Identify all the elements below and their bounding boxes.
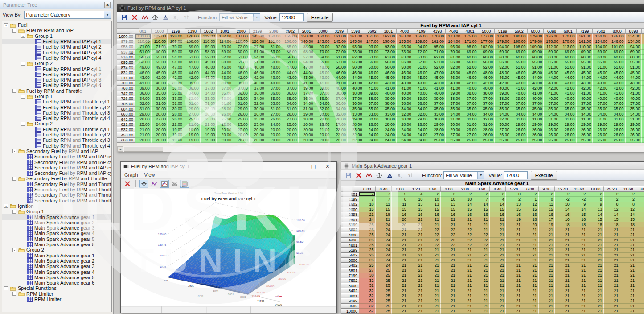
table-cell[interactable]: 53.00: [184, 55, 201, 60]
table-cell[interactable]: 21: [571, 243, 588, 248]
table-cell[interactable]: 15: [522, 207, 539, 212]
trace-icon[interactable]: [365, 171, 373, 180]
table-cell[interactable]: 22: [473, 232, 490, 237]
table-cell[interactable]: 160.00: [315, 34, 332, 39]
table-cell[interactable]: 21: [620, 258, 637, 263]
table-cell[interactable]: 45.00: [315, 70, 332, 75]
expander-icon[interactable]: -: [21, 122, 25, 126]
table-cell[interactable]: 36.00: [331, 101, 348, 107]
table-cell[interactable]: 70.00: [446, 50, 462, 55]
table-cell[interactable]: 21: [604, 309, 620, 314]
table-cell[interactable]: 31.00: [152, 101, 168, 107]
table-cell[interactable]: 32: [359, 298, 376, 303]
table-cell[interactable]: 41.00: [380, 86, 397, 91]
table-cell[interactable]: 21: [490, 293, 506, 298]
table-cell[interactable]: 7: [359, 197, 376, 202]
tree-item[interactable]: Fuel by RPM and Throttle cyl 2: [2, 132, 111, 137]
table-cell[interactable]: 26.00: [544, 127, 560, 132]
table-cell[interactable]: 25: [359, 243, 376, 248]
table-cell[interactable]: 21: [539, 248, 555, 252]
table-cell[interactable]: 40.00: [413, 91, 430, 96]
table-cell[interactable]: 21: [555, 309, 571, 314]
table-cell[interactable]: 14: [587, 212, 604, 217]
table-cell[interactable]: 21: [441, 263, 457, 268]
table-cell[interactable]: 143.00: [315, 39, 332, 45]
table-cell[interactable]: 37.00: [299, 91, 315, 96]
table-cell[interactable]: 21: [392, 273, 408, 278]
table-cell[interactable]: 24.00: [413, 127, 430, 132]
table-cell[interactable]: 29.00: [577, 122, 593, 128]
table-cell[interactable]: 44.00: [348, 75, 364, 81]
fuel-window-titlebar[interactable]: Fuel by RPM and IAP cyl 1: [117, 4, 644, 12]
table-cell[interactable]: 32.00: [250, 101, 266, 107]
execute-button[interactable]: Execute: [307, 13, 333, 22]
table-cell[interactable]: 145.00: [331, 39, 348, 45]
table-cell[interactable]: 73.00: [348, 50, 364, 55]
table-cell[interactable]: 44.00: [642, 75, 644, 81]
table-cell[interactable]: 14: [457, 202, 474, 207]
table-cell[interactable]: 43.00: [642, 81, 644, 86]
table-cell[interactable]: 21: [587, 263, 604, 268]
table-cell[interactable]: 19.00: [201, 138, 217, 143]
table-cell[interactable]: 15: [424, 207, 441, 212]
table-cell[interactable]: 56.00: [315, 60, 332, 65]
table-cell[interactable]: 21: [620, 273, 637, 278]
table-cell[interactable]: 39.00: [299, 86, 315, 91]
table-cell[interactable]: 18: [555, 222, 571, 227]
table-cell[interactable]: 43.00: [135, 75, 152, 81]
table-cell[interactable]: 21: [555, 248, 571, 252]
table-cell[interactable]: 51.00: [168, 60, 184, 65]
table-cell[interactable]: 32.00: [331, 112, 348, 117]
table-cell[interactable]: 21: [490, 273, 506, 278]
tree-item[interactable]: Fuel by RPM and Throttle cyl 3: [2, 110, 111, 116]
table-cell[interactable]: 13: [424, 202, 441, 207]
table-cell[interactable]: 21: [457, 222, 474, 227]
table-cell[interactable]: 25: [359, 238, 376, 243]
table-cell[interactable]: 21: [620, 263, 637, 268]
table-cell[interactable]: 21: [522, 278, 539, 283]
table-cell[interactable]: 69.00: [495, 50, 511, 55]
table-cell[interactable]: 21: [457, 253, 474, 258]
table-cell[interactable]: 21: [408, 232, 425, 237]
table-cell[interactable]: 24.00: [397, 132, 413, 138]
table-cell[interactable]: 22: [424, 232, 441, 237]
table-cell[interactable]: 51.00: [609, 65, 626, 70]
table-cell[interactable]: 2: [636, 197, 644, 202]
table-cell[interactable]: 37.00: [511, 101, 528, 107]
table-cell[interactable]: 21: [571, 238, 588, 243]
table-cell[interactable]: 56.00: [446, 60, 462, 65]
table-cell[interactable]: 21: [587, 248, 604, 252]
table-cell[interactable]: 47.00: [429, 70, 446, 75]
table-cell[interactable]: 63.00: [364, 55, 381, 60]
table-cell[interactable]: 21: [408, 304, 425, 309]
menu-graph[interactable]: Graph: [124, 172, 138, 178]
table-cell[interactable]: 34.00: [201, 91, 217, 96]
table-cell[interactable]: 21: [441, 309, 457, 314]
table-cell[interactable]: 21: [604, 263, 620, 268]
table-cell[interactable]: 46.00: [201, 65, 217, 70]
table-cell[interactable]: 21: [424, 273, 441, 278]
table-cell[interactable]: 31.00: [168, 101, 184, 107]
table-cell[interactable]: 29.00: [642, 122, 644, 128]
table-cell[interactable]: 22: [424, 227, 441, 232]
table-cell[interactable]: 22: [424, 243, 441, 248]
table-cell[interactable]: 21: [571, 232, 588, 237]
table-cell[interactable]: 104.00: [593, 44, 609, 50]
tree-item[interactable]: -Ignition: [2, 203, 111, 209]
table-cell[interactable]: 69.00: [593, 50, 609, 55]
table-cell[interactable]: 60.00: [495, 55, 511, 60]
table-cell[interactable]: 21: [441, 298, 457, 303]
table-cell[interactable]: 28.00: [282, 112, 299, 117]
table-cell[interactable]: 28.00: [315, 117, 332, 122]
table-cell[interactable]: 23.00: [233, 122, 250, 128]
table-cell[interactable]: 42.00: [495, 81, 511, 86]
table-cell[interactable]: 59.00: [168, 50, 184, 55]
table-cell[interactable]: 158.00: [299, 34, 315, 39]
table-cell[interactable]: 21: [473, 293, 490, 298]
table-cell[interactable]: 31.00: [642, 117, 644, 122]
table-cell[interactable]: 150.00: [266, 34, 283, 39]
table-cell[interactable]: 46.00: [364, 70, 381, 75]
table-cell[interactable]: 20.00: [152, 138, 168, 143]
table-cell[interactable]: 53.00: [135, 60, 152, 65]
table-cell[interactable]: 48.00: [478, 70, 495, 75]
